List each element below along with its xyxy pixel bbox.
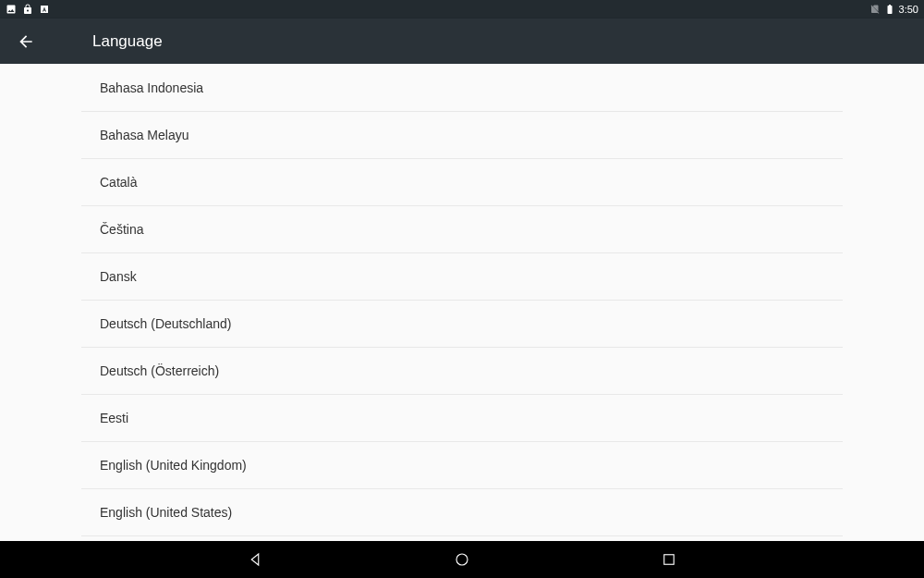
language-label: Bahasa Indonesia <box>100 80 203 95</box>
language-label: Deutsch (Österreich) <box>100 363 219 378</box>
page-title: Language <box>92 32 163 51</box>
language-item-english-uk[interactable]: English (United Kingdom) <box>81 442 843 489</box>
svg-rect-2 <box>664 555 675 565</box>
language-item-deutsch-de[interactable]: Deutsch (Deutschland) <box>81 301 843 348</box>
app-notification-icon <box>39 4 50 15</box>
language-label: English (United Kingdom) <box>100 458 247 473</box>
status-bar: 3:50 <box>0 0 924 18</box>
lock-icon <box>22 4 33 15</box>
language-label: English (United States) <box>100 505 232 520</box>
nav-home-button[interactable] <box>451 548 473 571</box>
language-label: Bahasa Melayu <box>100 128 189 142</box>
language-label: Čeština <box>100 222 143 237</box>
no-sim-icon <box>869 4 881 15</box>
navigation-bar <box>0 541 924 578</box>
svg-point-1 <box>456 554 468 565</box>
status-time: 3:50 <box>899 4 918 15</box>
language-item-cestina[interactable]: Čeština <box>81 206 843 253</box>
language-item-dansk[interactable]: Dansk <box>81 253 843 301</box>
language-item-deutsch-at[interactable]: Deutsch (Österreich) <box>81 348 843 395</box>
language-list: Bahasa Indonesia Bahasa Melayu Català Če… <box>81 64 843 536</box>
nav-recents-button[interactable] <box>658 548 680 571</box>
nav-back-button[interactable] <box>244 548 266 571</box>
language-label: Dansk <box>100 269 137 284</box>
app-bar: Language <box>0 18 924 64</box>
content-area[interactable]: Bahasa Indonesia Bahasa Melayu Català Če… <box>0 64 924 541</box>
language-label: Eesti <box>100 411 128 425</box>
language-item-eesti[interactable]: Eesti <box>81 395 843 442</box>
status-left-group <box>6 4 50 15</box>
image-icon <box>6 4 17 15</box>
language-item-english-us[interactable]: English (United States) <box>81 489 843 536</box>
language-item-bahasa-melayu[interactable]: Bahasa Melayu <box>81 112 843 159</box>
status-right-group: 3:50 <box>869 4 918 15</box>
language-item-catala[interactable]: Català <box>81 159 843 206</box>
language-label: Deutsch (Deutschland) <box>100 316 231 331</box>
language-label: Català <box>100 175 137 190</box>
back-button[interactable] <box>15 31 37 53</box>
battery-icon <box>884 4 895 15</box>
svg-rect-0 <box>41 6 48 13</box>
language-item-bahasa-indonesia[interactable]: Bahasa Indonesia <box>81 65 843 112</box>
